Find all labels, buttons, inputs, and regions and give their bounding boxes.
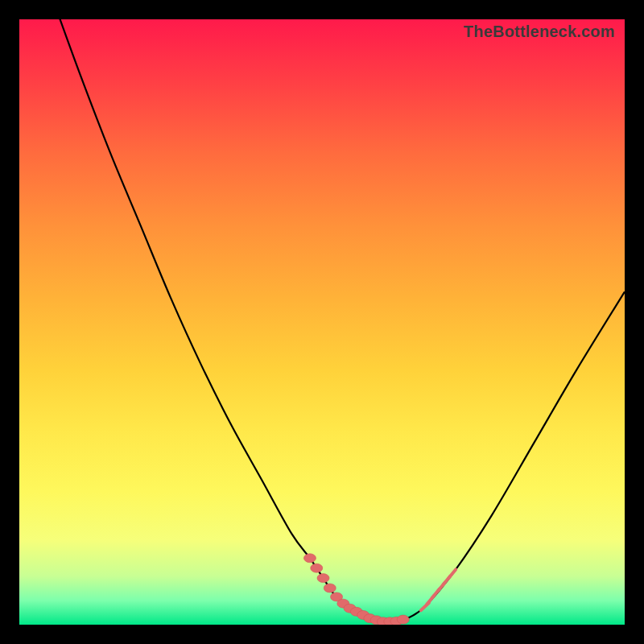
watermark-label: TheBottleneck.com [464, 23, 615, 41]
bottleneck-curve-plot [19, 19, 625, 625]
highlight-markers [303, 554, 456, 625]
highlight-dot [324, 584, 336, 592]
chart-frame: TheBottleneck.com [19, 19, 625, 625]
highlight-dot [317, 574, 329, 583]
highlight-dot [303, 554, 316, 563]
highlight-dot [311, 564, 323, 572]
highlight-dash [448, 569, 456, 578]
highlight-dot [397, 615, 409, 624]
bottleneck-curve [56, 19, 625, 622]
